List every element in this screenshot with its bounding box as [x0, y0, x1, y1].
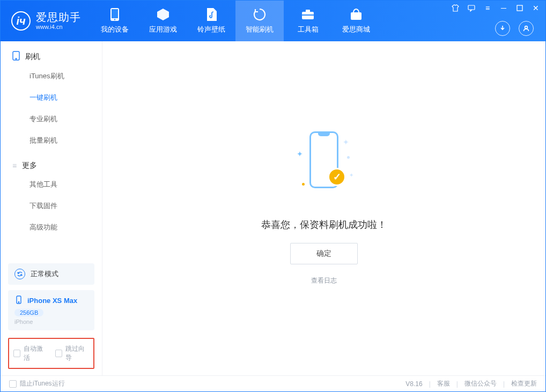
dot-icon	[302, 183, 305, 186]
svg-rect-1	[112, 9, 118, 18]
sync-icon	[14, 269, 25, 279]
music-file-icon	[204, 8, 218, 21]
maximize-icon[interactable]	[515, 4, 524, 12]
logo-icon: iч	[11, 11, 31, 31]
svg-point-2	[114, 19, 116, 20]
svg-point-13	[18, 302, 19, 302]
store-icon	[349, 8, 363, 21]
device-icon	[14, 295, 23, 306]
footer-link-service[interactable]: 客服	[437, 379, 450, 388]
cube-icon	[156, 8, 170, 21]
sidebar-item-oneclick-flash[interactable]: 一键刷机	[1, 87, 102, 108]
footer-link-update[interactable]: 检查更新	[511, 379, 537, 388]
body: 刷机 iTunes刷机 一键刷机 专业刷机 批量刷机 ≡ 更多 其他工具 下载固…	[1, 41, 545, 375]
sparkle-icon: ✦	[349, 172, 353, 178]
device-mode-box[interactable]: 正常模式	[8, 263, 94, 285]
sidebar-group-flash: 刷机	[1, 41, 102, 65]
tshirt-icon[interactable]	[451, 4, 460, 12]
download-button[interactable]	[495, 21, 510, 36]
device-type: iPhone	[14, 319, 88, 325]
device-name: iPhone XS Max	[27, 297, 77, 305]
version-label: V8.16	[405, 380, 422, 388]
user-button[interactable]	[519, 21, 534, 36]
svg-rect-6	[351, 12, 361, 20]
svg-rect-4	[306, 10, 310, 12]
refresh-shield-icon	[253, 8, 267, 21]
sparkle-icon: ✦	[343, 138, 349, 146]
dot-icon	[347, 156, 350, 159]
tab-my-device[interactable]: 我的设备	[91, 1, 139, 41]
checkbox-skip-guide[interactable]: 跳过向导	[55, 344, 90, 363]
app-logo: iч 爱思助手 www.i4.cn	[1, 1, 91, 41]
sidebar-item-other-tools[interactable]: 其他工具	[1, 174, 102, 195]
device-mode-label: 正常模式	[31, 269, 58, 279]
checkbox-block-itunes[interactable]: 阻止iTunes运行	[9, 379, 65, 388]
list-icon: ≡	[12, 161, 17, 170]
success-message: 恭喜您，保资料刷机成功啦！	[261, 218, 387, 231]
tab-ringtones-wallpapers[interactable]: 铃声壁纸	[187, 1, 235, 41]
checkbox-auto-activate[interactable]: 自动激活	[13, 344, 48, 363]
app-title: 爱思助手	[36, 11, 81, 24]
sidebar: 刷机 iTunes刷机 一键刷机 专业刷机 批量刷机 ≡ 更多 其他工具 下载固…	[1, 41, 102, 375]
svg-rect-7	[468, 5, 475, 10]
minimize-icon[interactable]: ─	[499, 4, 508, 12]
tab-smart-flash[interactable]: 智能刷机	[235, 1, 284, 41]
header: iч 爱思助手 www.i4.cn 我的设备 应用游戏 铃声壁纸 智能刷机	[1, 1, 545, 41]
feedback-icon[interactable]	[467, 4, 476, 12]
sparkle-icon: ✦	[297, 150, 303, 158]
device-capacity: 256GB	[14, 309, 43, 316]
menu-icon[interactable]: ≡	[483, 4, 492, 12]
nav-tabs: 我的设备 应用游戏 铃声壁纸 智能刷机 工具箱 爱思商城	[91, 1, 380, 41]
close-icon[interactable]: ✕	[532, 4, 540, 12]
sidebar-item-download-firmware[interactable]: 下载固件	[1, 195, 102, 217]
svg-point-9	[525, 26, 528, 29]
success-illustration: ✦ ✦ ✦ ✓	[294, 131, 353, 206]
sidebar-item-itunes-flash[interactable]: iTunes刷机	[1, 65, 102, 87]
svg-point-11	[16, 58, 17, 60]
sidebar-item-batch-flash[interactable]: 批量刷机	[1, 130, 102, 151]
sidebar-group-more: ≡ 更多	[1, 151, 102, 174]
svg-rect-8	[517, 5, 522, 11]
sidebar-item-pro-flash[interactable]: 专业刷机	[1, 108, 102, 130]
app-subtitle: www.i4.cn	[36, 24, 81, 31]
main-content: ✦ ✦ ✦ ✓ 恭喜您，保资料刷机成功啦！ 确定 查看日志	[102, 41, 545, 375]
footer-link-wechat[interactable]: 微信公众号	[464, 379, 497, 388]
toolbox-icon	[301, 8, 315, 21]
tab-store[interactable]: 爱思商城	[332, 1, 380, 41]
view-log-link[interactable]: 查看日志	[311, 276, 337, 285]
sidebar-item-advanced[interactable]: 高级功能	[1, 217, 102, 238]
phone-icon	[108, 8, 122, 21]
ok-button[interactable]: 确定	[290, 243, 358, 264]
phone-outline-icon	[12, 51, 20, 62]
window-controls: ≡ ─ ✕	[451, 4, 540, 12]
flash-options-row: 自动激活 跳过向导	[8, 338, 94, 369]
header-actions	[495, 21, 534, 36]
tab-toolbox[interactable]: 工具箱	[284, 1, 332, 41]
app-window: iч 爱思助手 www.i4.cn 我的设备 应用游戏 铃声壁纸 智能刷机	[0, 0, 546, 392]
check-badge-icon: ✓	[328, 168, 346, 186]
tab-apps-games[interactable]: 应用游戏	[139, 1, 187, 41]
svg-rect-5	[302, 14, 314, 16]
footer: 阻止iTunes运行 V8.16 | 客服 | 微信公众号 | 检查更新	[1, 375, 545, 391]
device-info-box[interactable]: iPhone XS Max 256GB iPhone	[8, 290, 94, 330]
